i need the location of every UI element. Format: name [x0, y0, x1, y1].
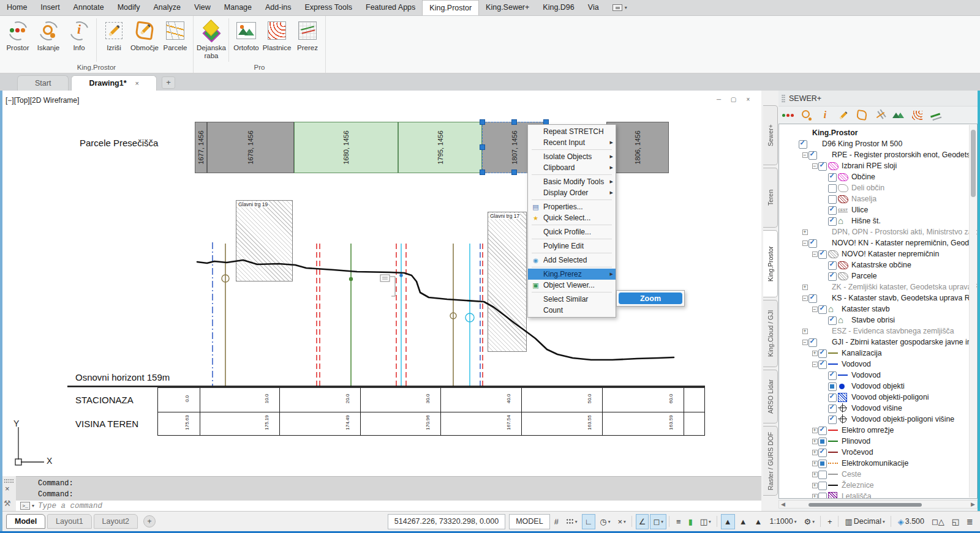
ribbon-button-obmo-je[interactable]: Območje	[129, 17, 160, 52]
tree-item-vodovod[interactable]: Vodovod	[779, 370, 977, 381]
close-icon[interactable]: ×	[744, 95, 753, 104]
selection-grip[interactable]	[511, 170, 517, 175]
checkbox-empty[interactable]	[818, 493, 827, 499]
menu-item-king-sewer[interactable]: King.Sewer+	[479, 0, 536, 15]
profile-icon[interactable]	[928, 108, 943, 122]
menu-item-king-d96[interactable]: King.D96	[536, 0, 581, 15]
context-menu-item-basic-modify-tools[interactable]: Basic Modify Tools▶	[528, 176, 616, 187]
tree-item-king-prostor[interactable]: King.Prostor	[779, 127, 977, 138]
tree-item-vro-evod[interactable]: +Vročevod	[779, 447, 977, 458]
expand-icon[interactable]: +	[801, 285, 809, 290]
context-menu-item-display-order[interactable]: Display Order▶	[528, 187, 616, 198]
checkbox-check[interactable]	[809, 294, 818, 302]
tree-item-deli-ob-in[interactable]: Deli občin	[779, 182, 977, 193]
viewport-label[interactable]: [−][Top][2D Wireframe]	[6, 96, 79, 105]
tree-item-novo-kn-kataster-nepremi-nin-geode[interactable]: −NOVO! KN - Kataster nepremičnin, Geode	[779, 237, 977, 248]
checkbox-check[interactable]	[818, 349, 827, 357]
parcel-1677-1456[interactable]: 1677, 1456	[195, 122, 207, 173]
ribbon-button-ortofoto[interactable]: Ortofoto	[231, 17, 262, 52]
annotation-autoscale-icon[interactable]: ▲	[736, 514, 750, 529]
expand-icon[interactable]: +	[811, 483, 818, 488]
tree-item-katastrske-ob-ine[interactable]: Katastrske občine	[779, 259, 977, 270]
elevation-icon[interactable]: ◈3.500	[895, 514, 927, 529]
expand-icon[interactable]: +	[811, 450, 818, 455]
checkbox-check[interactable]	[828, 217, 837, 225]
command-dropdown-icon[interactable]: ▾	[32, 503, 34, 509]
checkbox-partial[interactable]	[818, 438, 827, 445]
tree-item-voovod-objekti-poligoni[interactable]: Voovod objekti-poligoni	[779, 392, 977, 403]
parcel-1680-1456[interactable]: 1680, 1456	[294, 122, 398, 173]
layout-tab-layout2[interactable]: Layout2	[94, 514, 138, 529]
tree-item-zk-zemlji-ki-kataster-geodetska-uprava-rs[interactable]: +ZK - Zemljiški kataster, Geodetska upra…	[779, 281, 977, 293]
parcel-1795-1456[interactable]: 1795, 1456	[398, 122, 482, 173]
command-history[interactable]: Command:Command:	[16, 476, 761, 501]
tree-item-d96-king-prostor-m-500[interactable]: D96 King Prostor M 500	[779, 138, 977, 149]
expand-icon[interactable]: +	[811, 351, 818, 356]
collapse-icon[interactable]: −	[811, 362, 818, 367]
context-menu-item-quick-select[interactable]: Quick Select...	[528, 212, 616, 223]
menu-item-king-prostor[interactable]: King.Prostor	[422, 0, 479, 15]
units-icon[interactable]: ▥Decimal▾	[842, 514, 888, 529]
ribbon-button-parcele[interactable]: Parcele	[160, 17, 190, 52]
checkbox-empty[interactable]	[818, 482, 827, 490]
side-tab-arso-lidar[interactable]: ARSO Lidar	[763, 370, 778, 423]
checkbox-check[interactable]	[818, 250, 827, 258]
checkbox-check[interactable]	[828, 404, 837, 412]
side-tab-king-prostor[interactable]: King.Prostor	[763, 230, 778, 297]
menu-item-analyze[interactable]: Analyze	[146, 0, 187, 15]
ortofoto-icon[interactable]	[891, 108, 906, 122]
checkbox-check[interactable]	[809, 151, 818, 159]
menu-item-manage[interactable]: Manage	[217, 0, 258, 15]
side-tab-teren[interactable]: Teren	[763, 168, 778, 228]
tree-item-rpe-register-prostorskih-enot-geodetsk[interactable]: −RPE - Register prostorskih enot, Geodet…	[779, 149, 977, 160]
grid-icon[interactable]: #	[551, 514, 562, 529]
context-menu-item-quick-profile[interactable]: Quick Profile...	[528, 226, 616, 237]
transparency-icon[interactable]: ▮	[685, 514, 696, 529]
ribbon-button-prostor[interactable]: Prostor	[2, 17, 33, 52]
hamburger-menu-icon[interactable]: ≣	[963, 514, 976, 529]
tree-item-vodovod-objekti[interactable]: Vodovod objekti	[779, 381, 977, 392]
tree-item-eleznice[interactable]: +Železnice	[779, 480, 977, 491]
tree-item-ks-kataster-stavb-geodetska-uprava-rs[interactable]: −KS - Kataster stavb, Geodetska uprava R…	[779, 293, 977, 304]
checkbox-check[interactable]	[818, 162, 827, 170]
minimize-icon[interactable]: ─	[714, 95, 723, 104]
checkbox-check[interactable]	[828, 416, 837, 423]
command-input-placeholder[interactable]: Type a command	[38, 502, 102, 510]
tree-horizontal-scrollbar[interactable]: ◀ ▶	[778, 500, 978, 509]
tree-item-letali-a[interactable]: +Letališča	[779, 491, 977, 499]
menu-item-add-ins[interactable]: Add-ins	[258, 0, 298, 15]
tree-item-ulice[interactable]: Ulice	[779, 204, 977, 215]
new-tab-button[interactable]: +	[162, 76, 175, 89]
expand-icon[interactable]: +	[811, 428, 818, 433]
checkbox-check[interactable]	[828, 206, 837, 214]
osnap3d-icon[interactable]: ◻▾	[650, 514, 666, 529]
tree-item-dpn-opn-prostorski-akti-ministrstvo-za-ok[interactable]: +DPN, OPN - Prostorski akti, Ministrstvo…	[779, 226, 977, 237]
menu-item-insert[interactable]: Insert	[34, 0, 66, 15]
submenu-item-zoom[interactable]: Zoom	[619, 293, 682, 304]
checkbox-empty[interactable]	[828, 184, 837, 192]
cycling-icon[interactable]: ◫▾	[697, 514, 714, 529]
menu-item-view[interactable]: View	[187, 0, 217, 15]
context-menu-item-king-prerez[interactable]: King.Prerez▶	[528, 269, 616, 280]
ribbon-button-izri-i[interactable]: Izriši	[99, 17, 129, 52]
tree-item-vodovod-objekti-poligoni-vi-ine[interactable]: Vodovod objekti-poligoni višine	[779, 414, 977, 425]
checkbox-empty[interactable]	[828, 195, 837, 203]
parcels-icon[interactable]	[873, 108, 888, 122]
restore-icon[interactable]: ▢	[729, 95, 738, 104]
context-menu-item-isolate-objects[interactable]: Isolate Objects▶	[528, 151, 616, 162]
tree-item-stavbe-obrisi[interactable]: Stavbe obrisi	[779, 315, 977, 326]
dots-icon[interactable]	[781, 108, 796, 122]
annotation-scale-icon[interactable]: ▲	[752, 514, 766, 529]
otrack-icon[interactable]: ∠	[636, 514, 649, 529]
checkbox-empty[interactable]	[818, 471, 827, 479]
side-tab-sewer[interactable]: Sewer+	[763, 105, 778, 165]
collapse-icon[interactable]: −	[811, 307, 818, 312]
checkbox-check[interactable]	[799, 140, 808, 148]
layout-tab-layout1[interactable]: Layout1	[47, 514, 91, 529]
collapse-icon[interactable]: −	[801, 152, 809, 158]
command-close-icon[interactable]: ×	[5, 484, 10, 493]
menu-item-home[interactable]: Home	[0, 0, 34, 15]
menu-item-express-tools[interactable]: Express Tools	[298, 0, 359, 15]
context-menu-item-clipboard[interactable]: Clipboard▶	[528, 162, 616, 173]
tree-item-plinovod[interactable]: +Plinovod	[779, 436, 977, 447]
